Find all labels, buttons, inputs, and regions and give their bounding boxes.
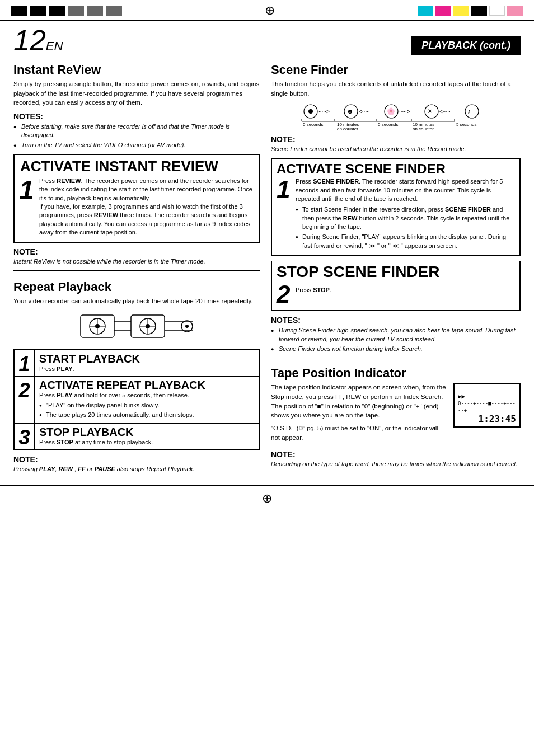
repeat-playback-note: NOTE: Pressing PLAY, REW , FF or PAUSE a… [13, 455, 260, 473]
page-num-area: 12EN PLAYBACK (cont.) [0, 21, 534, 55]
svg-text:5 seconds: 5 seconds [378, 122, 398, 127]
right-column: Scene Finder This function helps you che… [271, 55, 521, 473]
repeat-playback-note-text: Pressing PLAY, REW , FF or PAUSE also st… [13, 465, 260, 473]
activate-instant-review-step-num: 1 [19, 177, 36, 237]
footer-crosshair: ⊕ [262, 491, 272, 505]
repeat-playback-title: Repeat Playback [13, 280, 260, 294]
scene-finder-notes-2: Scene Finder does not function during In… [271, 345, 521, 353]
svg-point-17 [308, 109, 313, 114]
step-1-title: START PLAYBACK [39, 353, 254, 365]
left-column: Instant ReView Simply by pressing a sing… [13, 55, 260, 473]
step-2-content: ACTIVATE REPEAT PLAYBACK Press PLAY and … [35, 377, 259, 423]
activate-instant-review-text: Press REVIEW. The recorder power comes o… [39, 177, 254, 237]
tape-illustration [13, 311, 260, 345]
stop-scene-finder-title: STOP SCENE FINDER [272, 261, 519, 281]
header-bar: ⊕ [0, 0, 534, 21]
scene-finder-notes-list: During Scene Finder high-speed search, y… [271, 326, 521, 353]
tape-position-text: The tape position indicator appears on s… [271, 383, 447, 445]
activate-instant-review-box: ACTIVATE INSTANT REVIEW 1 Press REVIEW. … [13, 154, 260, 242]
step-3-num: 3 [15, 424, 35, 449]
header-block-3 [49, 6, 65, 16]
instant-review-note-heading: NOTE: [13, 247, 260, 256]
color-block-yellow [453, 6, 469, 16]
header-block-2 [30, 6, 46, 16]
activate-scene-finder-box: ACTIVATE SCENE FINDER 1 Press SCENE FIND… [271, 158, 521, 257]
step-2-title: ACTIVATE REPEAT PLAYBACK [39, 379, 254, 391]
scene-finder-title: Scene Finder [271, 63, 521, 77]
svg-text:♪: ♪ [467, 107, 471, 115]
color-block-magenta [435, 6, 451, 16]
stop-scene-finder-num: 2 [277, 282, 292, 307]
tape-position-note-block: NOTE: Depending on the type of tape used… [271, 450, 521, 468]
step-2-bullet-2: The tape plays 20 times automatically, a… [39, 411, 254, 419]
color-block-pink [507, 6, 523, 16]
page-title: PLAYBACK (cont.) [411, 36, 521, 55]
svg-text:<·····: <····· [439, 109, 451, 115]
scene-finder-diagram: ·····> ☻ <····· 🌸 ·····> ☀ <····· [271, 101, 521, 130]
scene-finder-body: This function helps you check contents o… [271, 79, 521, 98]
svg-text:☀: ☀ [427, 107, 433, 115]
svg-text:·····>: ·····> [399, 109, 410, 115]
section-divider-1 [13, 270, 260, 271]
svg-text:☻: ☻ [346, 107, 354, 115]
tape-display-line1: ▶▶ [458, 393, 516, 401]
activate-instant-review-box-body: 1 Press REVIEW. The recorder power comes… [15, 175, 259, 242]
tape-position-note-text: Depending on the type of tape used, ther… [271, 460, 521, 468]
instant-review-title: Instant ReView [13, 63, 260, 77]
svg-point-15 [185, 325, 189, 328]
step-row-1: 1 START PLAYBACK Press PLAY. [15, 350, 259, 377]
tape-position-area: The tape position indicator appears on s… [271, 383, 521, 445]
step-3-content: STOP PLAYBACK Press STOP at any time to … [35, 424, 259, 449]
color-block-white [489, 6, 505, 16]
step-2-bullets: "PLAY" on the display panel blinks slowl… [39, 401, 254, 420]
svg-text:<·····: <····· [359, 109, 370, 115]
svg-text:5 seconds: 5 seconds [456, 122, 476, 127]
step-2-num: 2 [15, 377, 35, 423]
tape-position-osd: "O.S.D." (☞ pg. 5) must be set to "ON", … [271, 424, 447, 442]
step-row-3: 3 STOP PLAYBACK Press STOP at any time t… [15, 424, 259, 449]
repeat-playback-body: Your video recorder can automatically pl… [13, 297, 260, 306]
svg-text:🌸: 🌸 [387, 107, 395, 115]
scene-finder-notes-block: NOTES: During Scene Finder high-speed se… [271, 316, 521, 353]
step-2-bullet-1: "PLAY" on the display panel blinks slowl… [39, 401, 254, 410]
stop-scene-finder-box: STOP SCENE FINDER 2 Press STOP. [271, 261, 521, 311]
instant-review-note-1: Before starting, make sure that the reco… [13, 123, 260, 140]
svg-text:5 seconds: 5 seconds [303, 122, 323, 127]
instant-review-note-text: Instant ReView is not possible while the… [13, 257, 260, 266]
stop-scene-finder-body: 2 Press STOP. [272, 281, 519, 310]
tape-svg [75, 311, 198, 343]
instant-review-note-2: Turn on the TV and select the VIDEO chan… [13, 141, 260, 149]
header-left [11, 6, 122, 16]
activate-sf-bullet-2: During Scene Finder, "PLAY" appears blin… [296, 233, 515, 250]
tape-position-note-heading: NOTE: [271, 450, 521, 459]
header-block-1 [11, 6, 27, 16]
header-right [418, 6, 523, 16]
tape-position-title: Tape Position Indicator [271, 366, 521, 381]
step-2-body: Press PLAY and hold for over 5 seconds, … [39, 391, 254, 400]
footer: ⊕ [0, 485, 534, 509]
instant-review-body: Simply by pressing a single button, the … [13, 79, 260, 107]
color-block-cyan [418, 6, 433, 16]
step-3-body: Press STOP at any time to stop playback. [39, 438, 254, 447]
svg-text:·····>: ·····> [318, 109, 330, 115]
stop-scene-finder-text: Press STOP. [296, 282, 331, 293]
left-border-line [8, 0, 8, 756]
page-wrapper: ⊕ 12EN PLAYBACK (cont.) Instant ReView S… [0, 0, 534, 756]
instant-review-note-block: NOTE: Instant ReView is not possible whi… [13, 247, 260, 266]
main-content: Instant ReView Simply by pressing a sing… [0, 55, 534, 473]
step-3-title: STOP PLAYBACK [39, 426, 254, 438]
color-block-black [471, 6, 487, 16]
instant-review-notes-list: Before starting, make sure that the reco… [13, 123, 260, 149]
activate-scene-finder-text: Press SCENE FINDER. The recorder starts … [296, 177, 515, 252]
repeat-playback-steps: 1 START PLAYBACK Press PLAY. 2 ACTIVATE … [13, 349, 260, 450]
activate-sf-bullet-1: To start Scene Finder in the reverse dir… [296, 205, 515, 231]
activate-scene-finder-title: ACTIVATE SCENE FINDER [272, 159, 519, 176]
header-block-5 [87, 6, 103, 16]
svg-text:on counter: on counter [413, 126, 434, 130]
scene-finder-note-block: NOTE: Scene Finder cannot be used when t… [271, 135, 521, 153]
tape-position-body: The tape position indicator appears on s… [271, 383, 447, 420]
activate-instant-review-box-title: ACTIVATE INSTANT REVIEW [15, 155, 259, 175]
tape-display-time: 1:23:45 [458, 414, 516, 424]
step-1-content: START PLAYBACK Press PLAY. [35, 350, 259, 376]
svg-text:on counter: on counter [337, 126, 358, 130]
